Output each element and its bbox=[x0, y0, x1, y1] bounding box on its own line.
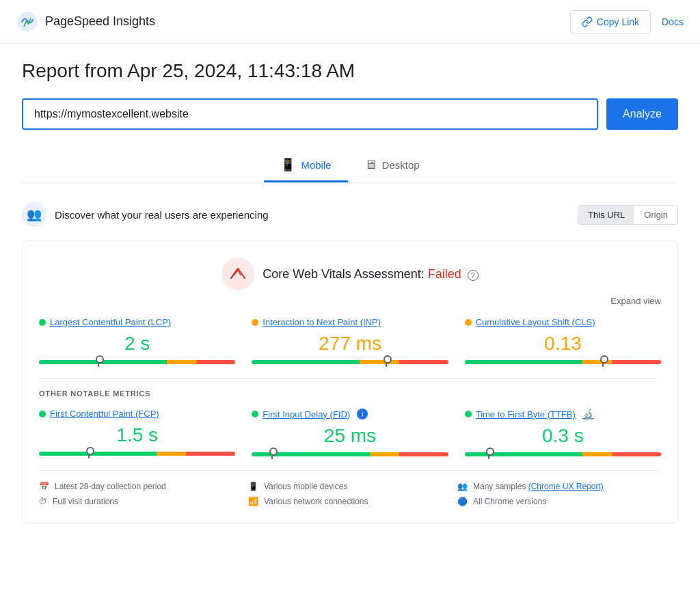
docs-link[interactable]: Docs bbox=[662, 16, 684, 27]
analyze-button[interactable]: Analyze bbox=[606, 98, 678, 130]
metric-value-ttfb: 0.3 s bbox=[465, 425, 661, 447]
footer-icon-1: 📱 bbox=[248, 482, 258, 491]
progress-bar bbox=[39, 452, 235, 456]
footer-icon-4: 📶 bbox=[248, 497, 258, 506]
cwv-status: Failed bbox=[428, 267, 461, 281]
metric-label-cls[interactable]: Cumulative Layout Shift (CLS) bbox=[465, 317, 661, 327]
metric-cls: Cumulative Layout Shift (CLS) 0.13 bbox=[465, 317, 661, 367]
footer-text-3: Full visit durations bbox=[53, 497, 118, 506]
cwv-header: Core Web Vitals Assessment: Failed ? bbox=[39, 258, 661, 290]
info-icon-fid[interactable]: i bbox=[357, 409, 368, 420]
metric-value-fid: 25 ms bbox=[252, 425, 448, 447]
tab-mobile[interactable]: 📱 Mobile bbox=[264, 149, 347, 182]
metric-label-inp[interactable]: Interaction to Next Paint (INP) bbox=[252, 317, 448, 327]
discovery-left: 👥 Discover what your real users are expe… bbox=[22, 202, 269, 227]
header-actions: Copy Link Docs bbox=[570, 10, 684, 33]
progress-bar bbox=[252, 452, 448, 456]
cwv-title-text: Core Web Vitals Assessment: bbox=[262, 267, 424, 281]
metric-dot bbox=[252, 319, 258, 326]
tab-mobile-label: Mobile bbox=[301, 159, 331, 171]
metric-dot bbox=[252, 411, 258, 417]
footer-text-0: Latest 28-day collection period bbox=[55, 482, 166, 491]
main-content: Report from Apr 25, 2024, 11:43:18 AM An… bbox=[0, 44, 700, 551]
desktop-icon: 🖥 bbox=[364, 158, 377, 172]
metric-lcp: Largest Contentful Paint (LCP) 2 s bbox=[39, 317, 235, 367]
footer-item-4: 📶 Various network connections bbox=[248, 497, 452, 506]
progress-bar bbox=[465, 452, 661, 456]
footer-text-1: Various mobile devices bbox=[264, 482, 348, 491]
mobile-icon: 📱 bbox=[280, 157, 295, 172]
cwv-card: Core Web Vitals Assessment: Failed ? Exp… bbox=[22, 240, 678, 523]
progress-bar bbox=[252, 360, 448, 364]
divider bbox=[39, 378, 661, 379]
tab-desktop-label: Desktop bbox=[382, 159, 420, 171]
footer-text-4: Various network connections bbox=[264, 497, 368, 506]
footer-text-5: All Chrome versions bbox=[473, 497, 546, 506]
metric-ttfb: Time to First Byte (TTFB)🔬 0.3 s bbox=[465, 409, 661, 459]
metric-dot bbox=[465, 319, 472, 326]
metric-dot bbox=[39, 411, 46, 417]
metric-label-fcp[interactable]: First Contentful Paint (FCP) bbox=[39, 409, 235, 419]
footer-link-2[interactable]: (Chrome UX Report) bbox=[528, 482, 604, 491]
tabs: 📱 Mobile 🖥 Desktop bbox=[22, 149, 678, 183]
footer-item-5: 🔵 All Chrome versions bbox=[457, 497, 661, 506]
metric-value-cls: 0.13 bbox=[465, 333, 661, 355]
metric-label-ttfb[interactable]: Time to First Byte (TTFB)🔬 bbox=[465, 409, 661, 420]
footer-item-3: ⏱ Full visit durations bbox=[39, 497, 243, 506]
other-metrics-grid: First Contentful Paint (FCP) 1.5 s First… bbox=[39, 409, 661, 459]
metric-value-lcp: 2 s bbox=[39, 333, 235, 355]
link-icon bbox=[582, 16, 593, 27]
cwv-metrics-grid: Largest Contentful Paint (LCP) 2 s Inter… bbox=[39, 317, 661, 367]
footer-icon-5: 🔵 bbox=[457, 497, 468, 506]
logo: PageSpeed Insights bbox=[16, 11, 155, 33]
discovery-icon: 👥 bbox=[22, 202, 46, 227]
footer-icon-3: ⏱ bbox=[39, 497, 47, 506]
progress-bar bbox=[39, 360, 235, 364]
other-metrics-label: OTHER NOTABLE METRICS bbox=[39, 389, 661, 398]
discovery-text: Discover what your real users are experi… bbox=[55, 209, 269, 221]
metric-dot bbox=[39, 319, 46, 326]
metric-value-fcp: 1.5 s bbox=[39, 424, 235, 446]
discovery-bar: 👥 Discover what your real users are expe… bbox=[22, 200, 678, 230]
metric-dot bbox=[465, 411, 472, 417]
header: PageSpeed Insights Copy Link Docs bbox=[0, 0, 700, 44]
copy-link-button[interactable]: Copy Link bbox=[570, 10, 651, 33]
metric-value-inp: 277 ms bbox=[252, 333, 448, 355]
footer-text-2: Many samples (Chrome UX Report) bbox=[473, 482, 604, 491]
url-input[interactable] bbox=[22, 98, 598, 130]
metric-inp: Interaction to Next Paint (INP) 277 ms bbox=[252, 317, 448, 367]
expand-view[interactable]: Expand view bbox=[39, 296, 661, 306]
failed-icon bbox=[228, 264, 247, 284]
flask-icon-ttfb: 🔬 bbox=[582, 409, 594, 420]
tab-desktop[interactable]: 🖥 Desktop bbox=[348, 149, 436, 182]
logo-text: PageSpeed Insights bbox=[45, 14, 155, 29]
metric-fcp: First Contentful Paint (FCP) 1.5 s bbox=[39, 409, 235, 459]
footer-icon-2: 👥 bbox=[457, 482, 468, 491]
footer-item-0: 📅 Latest 28-day collection period bbox=[39, 482, 243, 491]
progress-bar bbox=[465, 360, 661, 364]
url-origin-toggle: This URL Origin bbox=[578, 205, 678, 225]
divider2 bbox=[39, 470, 661, 471]
footer-icon-0: 📅 bbox=[39, 482, 49, 491]
url-bar: Analyze bbox=[22, 98, 678, 130]
report-title: Report from Apr 25, 2024, 11:43:18 AM bbox=[22, 60, 678, 82]
metric-fid: First Input Delay (FID)i 25 ms bbox=[252, 409, 448, 459]
footer-info: 📅 Latest 28-day collection period 📱 Vari… bbox=[39, 482, 661, 506]
cwv-title: Core Web Vitals Assessment: Failed ? bbox=[262, 267, 479, 281]
metric-label-lcp[interactable]: Largest Contentful Paint (LCP) bbox=[39, 317, 235, 327]
pagespeed-logo bbox=[16, 11, 38, 33]
footer-item-1: 📱 Various mobile devices bbox=[248, 482, 452, 491]
footer-item-2: 👥 Many samples (Chrome UX Report) bbox=[457, 482, 661, 491]
cwv-icon bbox=[221, 258, 254, 290]
this-url-button[interactable]: This URL bbox=[578, 206, 634, 224]
origin-button[interactable]: Origin bbox=[634, 206, 677, 224]
cwv-help-icon[interactable]: ? bbox=[468, 270, 479, 281]
metric-label-fid[interactable]: First Input Delay (FID)i bbox=[252, 409, 448, 420]
copy-link-label: Copy Link bbox=[597, 16, 639, 27]
